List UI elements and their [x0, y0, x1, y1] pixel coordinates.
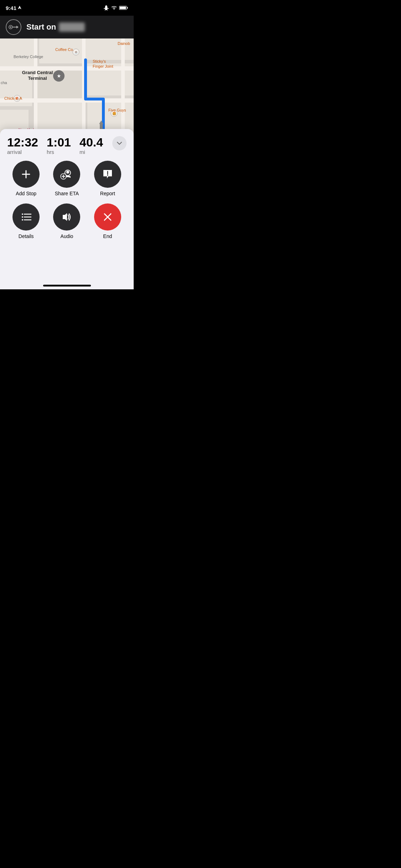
svg-point-68: [66, 171, 69, 174]
svg-text:Coffee Co.: Coffee Co.: [55, 47, 74, 52]
end-circle: [94, 203, 121, 231]
svg-marker-0: [18, 6, 21, 9]
distance-label: mi: [79, 149, 103, 155]
details-label: Details: [19, 233, 34, 239]
expand-button[interactable]: [112, 136, 127, 150]
add-stop-button[interactable]: Add Stop: [6, 161, 46, 196]
svg-text:Finger Joint: Finger Joint: [93, 64, 113, 68]
svg-text:☕: ☕: [74, 50, 78, 55]
battery-icon: [119, 6, 128, 10]
svg-point-73: [107, 175, 108, 176]
duration-label: hrs: [47, 149, 71, 155]
status-icons: [103, 5, 128, 11]
svg-text:Grand Central: Grand Central: [22, 70, 53, 75]
audio-button[interactable]: Audio: [46, 203, 87, 239]
nav-banner: Start on: [0, 16, 134, 38]
audio-icon: [61, 212, 73, 222]
status-time: 9:41: [6, 5, 21, 11]
location-arrow-icon: [18, 6, 21, 10]
add-stop-circle: [12, 161, 40, 188]
nav-instruction: Start on: [26, 22, 85, 32]
actions-grid: Add Stop Share ETA: [0, 161, 134, 239]
svg-rect-2: [127, 7, 128, 9]
street-name-blurred: [59, 22, 85, 32]
details-button[interactable]: Details: [6, 203, 46, 239]
report-circle: [94, 161, 121, 188]
share-eta-label: Share ETA: [55, 191, 79, 196]
add-stop-label: Add Stop: [16, 191, 36, 196]
svg-point-74: [22, 213, 23, 215]
arrival-time: 12:32: [7, 136, 38, 148]
eta-arrival: 12:32 arrival: [7, 136, 38, 155]
distance-value: 40.4: [79, 136, 103, 148]
svg-point-5: [10, 26, 11, 28]
time-label: 9:41: [6, 5, 16, 11]
details-icon: [20, 212, 32, 222]
airplane-icon: [103, 5, 109, 11]
home-indicator: [43, 285, 91, 286]
end-button[interactable]: End: [87, 203, 128, 239]
eta-duration: 1:01 hrs: [47, 136, 71, 155]
details-circle: [12, 203, 40, 231]
svg-text:Dainob: Dainob: [118, 41, 130, 46]
svg-text:Five Guys: Five Guys: [108, 108, 126, 112]
svg-rect-9: [0, 38, 36, 67]
svg-text:Chick-fil-A: Chick-fil-A: [4, 96, 22, 100]
duration-value: 1:01: [47, 136, 71, 148]
svg-text:★: ★: [57, 73, 61, 79]
end-label: End: [103, 233, 112, 239]
report-icon: [102, 169, 113, 180]
plus-icon: [21, 169, 31, 180]
svg-marker-7: [16, 26, 19, 29]
share-eta-button[interactable]: Share ETA: [46, 161, 87, 196]
svg-text:Terminal: Terminal: [28, 76, 47, 81]
nav-direction-icon: [6, 19, 21, 35]
share-eta-circle: [53, 161, 80, 188]
svg-text:cha: cha: [1, 81, 7, 85]
bottom-sheet: 12:32 arrival 1:01 hrs 40.4 mi: [0, 129, 134, 289]
svg-text:Sticky's: Sticky's: [93, 59, 106, 63]
svg-rect-21: [0, 66, 134, 71]
arrival-label: arrival: [7, 149, 38, 155]
svg-point-78: [22, 219, 23, 221]
svg-rect-3: [120, 7, 126, 9]
route-arrow-icon: [9, 24, 19, 31]
svg-marker-80: [63, 213, 67, 221]
share-eta-icon: [60, 169, 73, 180]
svg-point-76: [22, 216, 23, 218]
status-bar: 9:41: [0, 0, 134, 16]
audio-circle: [53, 203, 80, 231]
close-icon: [103, 212, 113, 222]
report-label: Report: [100, 191, 115, 196]
audio-label: Audio: [61, 233, 73, 239]
wifi-icon: [111, 6, 117, 10]
report-button[interactable]: Report: [87, 161, 128, 196]
eta-row: 12:32 arrival 1:01 hrs 40.4 mi: [0, 129, 134, 161]
eta-distance: 40.4 mi: [79, 136, 103, 155]
chevron-down-icon: [117, 141, 122, 145]
svg-text:Berkeley College: Berkeley College: [14, 55, 43, 59]
